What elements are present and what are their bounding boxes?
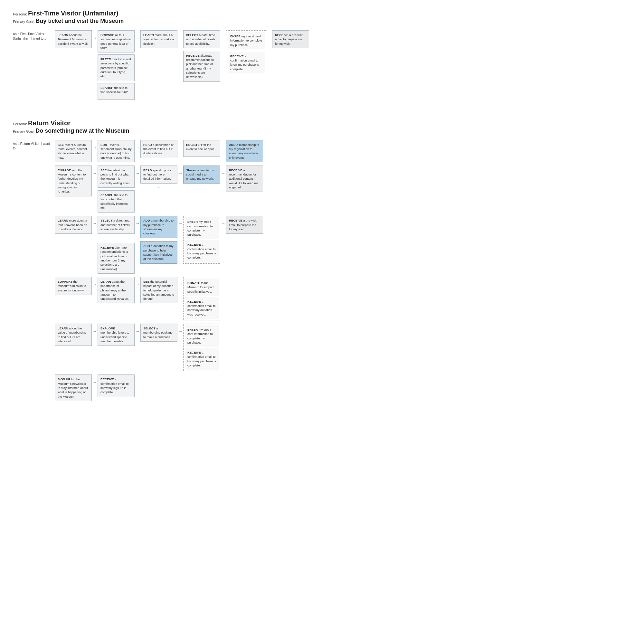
p2-t-col1: LEARN more about a tour I haven't been o… — [55, 216, 92, 234]
p1-col2: BROWSE all tour summaries/snippets to ge… — [98, 30, 135, 100]
p1-step1: LEARN about the Tenement Museum to decid… — [55, 30, 92, 48]
p2-d-col3: SEE the potential impact of my donation … — [140, 277, 177, 303]
p2-b-arr4: → — [221, 166, 225, 175]
p1-col6: RECEIVE a pre-visit email to prepare me … — [272, 30, 309, 48]
p2-e-col2: SORT events, Tenement Talks etc. by date… — [98, 140, 135, 162]
persona2-goal: Primary Goal: Do something new at the Mu… — [13, 128, 328, 134]
p2-t-col5: RECEIVE a pre-visit email to prepare me … — [226, 216, 263, 234]
p2-b-step2: SEE the latest blog posts to find out wh… — [98, 166, 135, 188]
p2-n-step1: SIGN UP for the Museum's newsletter to s… — [55, 374, 92, 401]
p2-t-col3: ADD a membership to my purchase to strea… — [140, 216, 177, 263]
p2-m-arr2: → — [135, 324, 140, 334]
p2-t-arr4: → — [221, 216, 225, 226]
p2-n-col1: SIGN UP for the Museum's newsletter to s… — [55, 374, 92, 401]
p2-flow-ticket: LEARN more about a tour I haven't been o… — [55, 216, 263, 274]
p2-e-arr4: → — [221, 140, 225, 150]
persona2-label: Persona: Return Visitor — [13, 119, 328, 127]
p2-e-step2: SORT events, Tenement Talks etc. by date… — [98, 140, 135, 162]
p2-t-arr2: → — [135, 216, 140, 226]
p2-d-dashed: DONATE to the Museum to support specific… — [183, 277, 220, 320]
p1-col3: LEARN more about a specific tour to make… — [140, 30, 177, 56]
p2-b-col5: RECEIVE a recommendation for additional … — [226, 166, 263, 192]
p2-t-step7: RECEIVE a confirmation email to know my … — [185, 240, 219, 262]
p2-flow-newsletter: SIGN UP for the Museum's newsletter to s… — [55, 374, 263, 401]
persona1-flow-row: LEARN about the Tenement Museum to decid… — [55, 30, 309, 100]
p2-e-col5: ADD a membership to my registration to a… — [226, 140, 263, 162]
p1-arrow1: → — [92, 30, 97, 40]
p2-t-arr1: → — [92, 216, 97, 226]
p2-e-arr3: → — [178, 140, 183, 150]
p2-t-step4: ADD a membership to my purchase to strea… — [140, 216, 177, 238]
p2-d-arr1: → — [92, 277, 97, 287]
persona2-section: Persona: Return Visitor Primary Goal: Do… — [13, 119, 328, 401]
p2-all-flows: SEE recent Museum tours, events, content… — [55, 140, 263, 401]
p1-step6: SELECT a date, time, and number of ticke… — [183, 30, 220, 48]
p2-d-arr3: → — [178, 277, 183, 287]
p2-d-step2: LEARN about the importance of philanthro… — [98, 277, 135, 303]
p1-step9: RECEIVE a confirmation email to know my … — [228, 52, 265, 73]
p2-t-step5: ADD a donation to my purchase to help su… — [140, 241, 177, 263]
p1-arrow3: → — [178, 30, 183, 40]
p2-m-col1: LEARN about the value of membership to f… — [55, 324, 92, 346]
persona1-section: Persona: First-Time Visitor (Unfamiliar)… — [13, 10, 328, 100]
p2-m-dashed: ENTER my credit card information to comp… — [183, 324, 220, 371]
p2-t-up-arrow: ↑ — [98, 236, 135, 241]
p2-t-dashed: ENTER my credit card information to comp… — [183, 216, 220, 263]
p2-b-step3: SEARCH the site to find content that spe… — [98, 190, 135, 213]
p2-flow-membership: LEARN about the value of membership to f… — [55, 324, 263, 371]
p2-e-arr2: → — [135, 140, 140, 150]
p2-m-col2: EXPLORE membership levels to understand … — [98, 324, 135, 346]
p1-arrow2: → — [135, 30, 140, 40]
p1-arrow4: → — [221, 30, 225, 40]
p2-b-col3: READ specific posts to find out more det… — [140, 166, 177, 191]
p1-dashed-group: ENTER my credit card information to comp… — [226, 30, 266, 75]
p2-b-arr2: → — [135, 166, 140, 175]
p2-e-step3: READ a description of the event to find … — [140, 140, 177, 158]
p2-m-arr3: → — [178, 324, 183, 334]
p2-e-col1: SEE recent Museum tours, events, content… — [55, 140, 92, 162]
persona1-label: Persona: First-Time Visitor (Unfamiliar) — [13, 10, 328, 17]
p2-m-step5: RECEIVE a confirmation email to know my … — [185, 348, 219, 370]
p2-d-step3: SEE the potential impact of my donation … — [140, 277, 177, 303]
section-divider — [13, 113, 328, 113]
p2-n-step2: RECEIVE a confirmation email to know my … — [98, 374, 135, 397]
p2-m-step3: SELECT a membership package to make a pu… — [140, 324, 177, 342]
p2-b-arr1: → — [92, 166, 97, 175]
p2-n-col2: RECEIVE a confirmation email to know my … — [98, 374, 135, 397]
p2-e-col3: READ a description of the event to find … — [140, 140, 177, 158]
p2-e-step5: ADD a membership to my registration to a… — [226, 140, 263, 162]
p2-e-arr1: → — [92, 140, 97, 150]
p2-t-step1: LEARN more about a tour I haven't been o… — [55, 216, 92, 234]
p1-step2: BROWSE all tour summaries/snippets to ge… — [98, 30, 135, 52]
p2-d-step1: SUPPORT the Museum's mission to ensure i… — [55, 277, 92, 295]
p1-step8: ENTER my credit card information to comp… — [228, 32, 265, 49]
p2-b-step6: RECEIVE a recommendation for additional … — [226, 166, 263, 192]
persona2-user-wants: As a Return Visitor, I want to... — [13, 140, 55, 151]
p2-d-col2: LEARN about the importance of philanthro… — [98, 277, 135, 303]
p1-step3: FILTER tour list to sort selections by s… — [98, 54, 135, 81]
p2-m-col3: SELECT a membership package to make a pu… — [140, 324, 177, 342]
p2-b-step4: READ specific posts to find out more det… — [140, 166, 177, 184]
p2-t-col2: SELECT a date, time, and number of ticke… — [98, 216, 135, 274]
p2-m-step4: ENTER my credit card information to comp… — [185, 325, 219, 347]
p2-flow-blog: ENGAGE with the Museum's content to furt… — [55, 166, 263, 213]
p1-arrow5: → — [267, 30, 271, 40]
p2-b-col2: SEE the latest blog posts to find out wh… — [98, 166, 135, 213]
persona1-goal: Primary Goal: Buy ticket and visit the M… — [13, 18, 328, 24]
p1-col1: LEARN about the Tenement Museum to decid… — [55, 30, 92, 48]
persona2-flow-area: As a Return Visitor, I want to... SEE re… — [13, 140, 328, 401]
p2-b-step5: Share content to my social media to enga… — [183, 166, 220, 184]
p2-b-up-arrow: ↑ — [140, 185, 177, 191]
p2-n-arr1: → — [92, 374, 97, 384]
p2-flow-donate: SUPPORT the Museum's mission to ensure i… — [55, 277, 263, 320]
p2-m-step1: LEARN about the value of membership to f… — [55, 324, 92, 346]
persona1-flow-area: As a First-Time Visitor (Unfamiliar), I … — [13, 30, 328, 100]
p2-t-step3: RECEIVE alternate recommendations to pic… — [98, 243, 135, 274]
p2-e-step4: REGISTER for the event to secure spot. — [183, 140, 220, 157]
p2-t-step8: RECEIVE a pre-visit email to prepare me … — [226, 216, 263, 234]
p2-t-step6: ENTER my credit card information to comp… — [185, 217, 219, 239]
p1-step10: RECEIVE a pre-visit email to prepare me … — [272, 30, 309, 48]
p2-d-arr2: → — [135, 277, 140, 287]
p2-t-arr3: → — [178, 216, 183, 226]
p1-step5: LEARN more about a specific tour to make… — [140, 30, 177, 48]
